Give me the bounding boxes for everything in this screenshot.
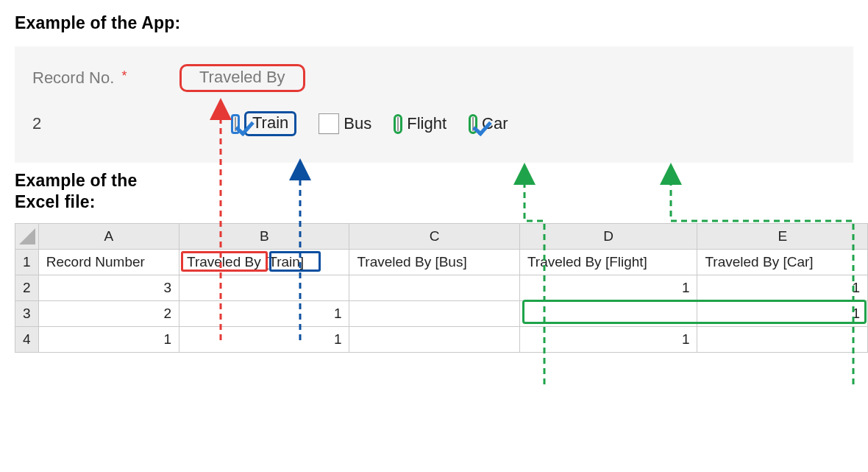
row-header-1[interactable]: 1: [15, 249, 39, 275]
sheet-corner-select-all[interactable]: [15, 223, 39, 249]
checkbox-label-train: Train: [252, 113, 288, 132]
cell-C2[interactable]: [349, 275, 519, 300]
cell-B3[interactable]: 1: [179, 300, 349, 326]
col-header-B[interactable]: B: [179, 223, 349, 249]
highlight-box-green-flight: [394, 114, 402, 134]
cell-D4[interactable]: 1: [519, 326, 697, 352]
checkbox-bus[interactable]: [319, 113, 339, 134]
checkbox-train[interactable]: [235, 117, 236, 131]
cell-E1[interactable]: Traveled By [Car]: [697, 249, 868, 275]
cell-E2[interactable]: 1: [697, 275, 868, 300]
record-no-label: Record No.: [32, 68, 114, 87]
section-title-app: Example of the App:: [15, 13, 853, 33]
cell-D2[interactable]: 1: [519, 275, 697, 300]
cell-B1[interactable]: Traveled By [Train]: [179, 249, 349, 275]
cell-B2[interactable]: [179, 275, 349, 300]
cell-D1[interactable]: Traveled By [Flight]: [519, 249, 697, 275]
checkbox-car[interactable]: [472, 117, 474, 131]
cell-A4[interactable]: 1: [38, 326, 179, 352]
cell-C1[interactable]: Traveled By [Bus]: [349, 249, 519, 275]
spreadsheet: A B C D E 1 Record Number Traveled By [T…: [15, 223, 853, 353]
col-header-E[interactable]: E: [697, 223, 868, 249]
cell-A2[interactable]: 3: [38, 275, 179, 300]
col-header-D[interactable]: D: [519, 223, 697, 249]
section-title-excel: Example of the Excel file:: [15, 170, 853, 213]
cell-D3[interactable]: [519, 300, 697, 326]
checkbox-label-bus: Bus: [344, 114, 371, 133]
cell-A3[interactable]: 2: [38, 300, 179, 326]
row-header-2[interactable]: 2: [15, 275, 39, 300]
col-header-C[interactable]: C: [349, 223, 519, 249]
select-all-triangle-icon: [19, 228, 35, 244]
checkbox-flight[interactable]: [397, 117, 399, 131]
cell-A1[interactable]: Record Number: [38, 249, 179, 275]
required-star-icon: *: [121, 68, 127, 83]
app-panel: Record No. * Traveled By 2 Train Bus: [15, 46, 853, 163]
field-title-traveled-by: Traveled By: [179, 64, 305, 92]
cell-C3[interactable]: [349, 300, 519, 326]
row-header-3[interactable]: 3: [15, 300, 39, 326]
cell-C4[interactable]: [349, 326, 519, 352]
checkbox-label-flight: Flight: [407, 114, 447, 133]
cell-E4[interactable]: [697, 326, 868, 352]
highlight-box-blue: [231, 114, 240, 134]
cell-B4[interactable]: 1: [179, 326, 349, 352]
col-header-A[interactable]: A: [38, 223, 179, 249]
highlight-box-green-car: [469, 114, 477, 134]
checkbox-group-traveled-by: Train Bus Flight Car: [231, 111, 508, 136]
cell-E3[interactable]: 1: [697, 300, 868, 326]
record-no-value: 2: [32, 114, 231, 133]
row-header-4[interactable]: 4: [15, 326, 39, 352]
